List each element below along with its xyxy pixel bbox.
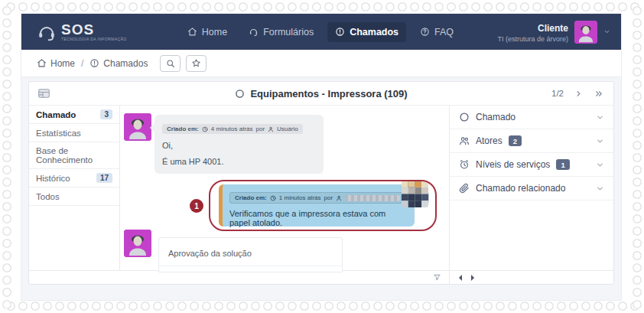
solution-message: Criado em: 1 minutos atrás por [219,184,415,227]
home-icon [37,58,47,68]
people-icon [459,135,470,146]
last-ticket-icon[interactable] [594,90,604,98]
stamp-frame: SOS TECNOLOGIA DA INFORMAÇÃO Home [0,0,644,313]
breadcrumb-home[interactable]: Home [37,58,75,69]
approval-label: Aprovação da solução [168,249,252,258]
message-author: Usuário [277,126,298,132]
breadcrumb-chamados-label: Chamados [103,58,148,69]
message-time: 4 minutos atrás [211,126,253,132]
tab-historico[interactable]: Histórico 17 [29,169,119,187]
solution-approval-item[interactable]: Aprovação da solução [158,237,343,272]
tab-historico-label: Histórico [36,174,70,183]
user-entity: TI (estrutura de árvore) [497,35,568,44]
prev-page-icon[interactable] [459,275,462,281]
section-chamado-label: Chamado [476,112,516,122]
section-relacionado-label: Chamado relacionado [476,183,565,194]
annotation-marker-1: 1 [190,199,203,213]
app-window: SOS TECNOLOGIA DA INFORMAÇÃO Home [21,14,621,300]
requester-avatar [124,113,151,141]
ticket-title: Equipamentos - Impressora (109) [250,88,407,99]
user-menu[interactable]: Cliente TI (estrutura de árvore) [497,20,621,44]
breadcrumb-separator: / [81,58,83,69]
user-name: Cliente [538,23,568,34]
ticket-pager: 1/2 [551,89,604,98]
tab-todos-label: Todos [36,192,60,201]
search-icon [166,59,175,68]
section-niveis-servicos[interactable]: Níveis de serviços 1 [450,153,613,177]
requester-avatar [124,230,151,257]
breadcrumb-chamados[interactable]: Chamados [89,58,148,69]
headset-logo-icon [37,22,57,42]
circle-status-icon [459,112,470,122]
page-indicator: 1/2 [551,89,564,98]
logo-subtitle: TECNOLOGIA DA INFORMAÇÃO [61,37,126,41]
question-circle-icon [420,27,430,37]
filter-funnel-icon[interactable] [433,273,441,282]
user-avatar [574,21,597,44]
message-line: Oi, [162,141,316,150]
nav-chamados[interactable]: Chamados [327,22,406,42]
layout-toggle-icon[interactable] [38,89,50,98]
stamp-perforation-left [2,5,12,308]
tab-chamado-badge: 3 [100,109,112,119]
tab-estatisticas-label: Estatísticas [36,129,81,138]
message-line: É uma HP 4001. [162,157,316,166]
ticket-tabs: Chamado 3 Estatísticas Base de Conhecime… [29,106,120,270]
nav-chamados-label: Chamados [350,27,398,37]
ticket-card: Equipamentos - Impressora (109) 1/2 [28,81,614,285]
tab-base-conhecimento[interactable]: Base de Conhecimento [29,142,119,169]
nav-home-label: Home [202,27,227,37]
alarm-clock-icon [459,159,470,170]
ticket-header: Equipamentos - Impressora (109) 1/2 [29,82,613,106]
top-navbar: SOS TECNOLOGIA DA INFORMAÇÃO Home [21,14,621,50]
tab-chamado[interactable]: Chamado 3 [29,106,119,124]
created-label: Criado em: [235,194,267,201]
clock-icon [202,126,208,132]
section-chamado-relacionado[interactable]: Chamado relacionado [450,177,613,201]
ticket-circle-icon [89,58,99,68]
message-meta-chip: Criado em: 1 minutos atrás por [229,192,429,204]
section-chamado[interactable]: Chamado [450,106,613,129]
next-page-icon[interactable] [471,275,474,281]
section-atores[interactable]: Atores 2 [450,129,613,153]
person-icon [268,126,274,132]
tab-estatisticas[interactable]: Estatísticas [29,124,119,142]
created-label: Criado em: [167,126,199,132]
ticket-body: Chamado 3 Estatísticas Base de Conhecime… [29,106,613,270]
solution-text: Verificamos que a impressora estava com … [229,209,408,227]
breadcrumb-bar: Home / Chamados [21,50,621,77]
star-icon [191,58,201,68]
stamp-perforation-top [5,2,639,12]
search-button[interactable] [160,55,181,72]
person-icon [336,195,342,201]
tab-chamado-label: Chamado [36,110,76,119]
main-area: Equipamentos - Impressora (109) 1/2 [21,77,621,300]
nav-formularios[interactable]: Formulários [241,22,321,42]
chevron-down-icon [596,184,604,193]
ticket-status-icon [235,89,245,99]
stamp-perforation-bottom [5,301,639,311]
section-niveis-label: Níveis de serviços [476,159,550,170]
chevron-down-icon [596,161,604,169]
tab-todos[interactable]: Todos [29,187,119,206]
app-logo[interactable]: SOS TECNOLOGIA DA INFORMAÇÃO [21,22,143,42]
nav-home[interactable]: Home [180,22,235,42]
next-ticket-icon[interactable] [574,90,583,98]
home-icon [187,27,197,37]
nav-formularios-label: Formulários [263,27,314,37]
ticket-timeline: Criado em: 4 minutos atrás por Usuário [120,106,449,270]
stamp-perforation-right [632,5,642,308]
main-nav: Home Formulários [143,22,497,42]
chevron-down-icon [603,28,610,35]
approval-divider [159,266,342,272]
by-label: por [324,194,333,201]
chevron-down-icon [596,113,604,122]
section-atores-badge: 2 [509,135,522,146]
redacted-author-name [345,195,400,201]
favorite-button[interactable] [186,55,207,72]
nav-faq[interactable]: FAQ [412,22,461,42]
paperclip-icon [459,183,470,194]
breadcrumb-home-label: Home [50,58,75,69]
headset-icon [249,27,259,37]
section-atores-label: Atores [476,135,503,146]
